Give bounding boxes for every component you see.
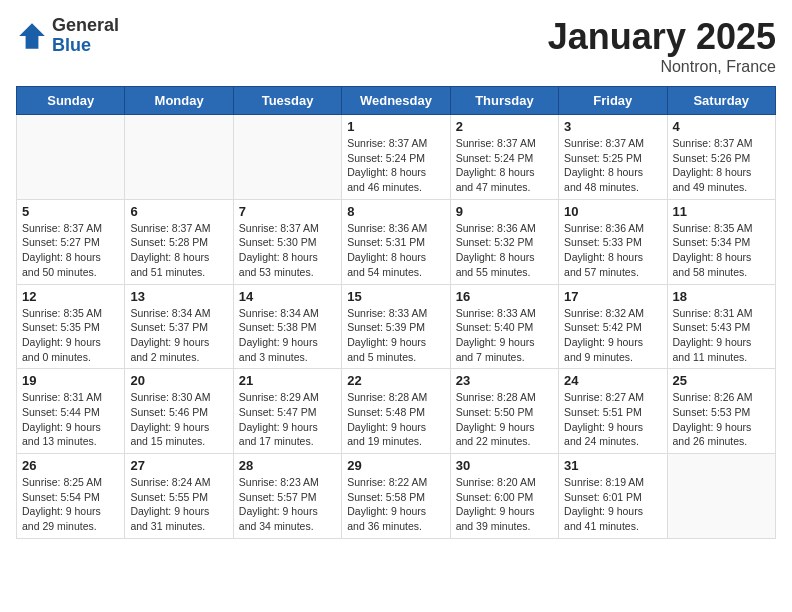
day-number: 13 <box>130 289 227 304</box>
day-number: 28 <box>239 458 336 473</box>
empty-cell <box>125 115 233 200</box>
day-info: Sunrise: 8:27 AM Sunset: 5:51 PM Dayligh… <box>564 390 661 449</box>
day-number: 22 <box>347 373 444 388</box>
calendar-day-cell: 8Sunrise: 8:36 AM Sunset: 5:31 PM Daylig… <box>342 199 450 284</box>
day-number: 15 <box>347 289 444 304</box>
day-info: Sunrise: 8:25 AM Sunset: 5:54 PM Dayligh… <box>22 475 119 534</box>
calendar-day-cell: 21Sunrise: 8:29 AM Sunset: 5:47 PM Dayli… <box>233 369 341 454</box>
day-number: 21 <box>239 373 336 388</box>
calendar-day-cell: 20Sunrise: 8:30 AM Sunset: 5:46 PM Dayli… <box>125 369 233 454</box>
weekday-header-saturday: Saturday <box>667 87 775 115</box>
calendar-week-row: 5Sunrise: 8:37 AM Sunset: 5:27 PM Daylig… <box>17 199 776 284</box>
logo-icon <box>16 20 48 52</box>
day-number: 8 <box>347 204 444 219</box>
calendar-day-cell: 23Sunrise: 8:28 AM Sunset: 5:50 PM Dayli… <box>450 369 558 454</box>
calendar-week-row: 1Sunrise: 8:37 AM Sunset: 5:24 PM Daylig… <box>17 115 776 200</box>
day-info: Sunrise: 8:33 AM Sunset: 5:39 PM Dayligh… <box>347 306 444 365</box>
weekday-header-tuesday: Tuesday <box>233 87 341 115</box>
day-info: Sunrise: 8:23 AM Sunset: 5:57 PM Dayligh… <box>239 475 336 534</box>
day-info: Sunrise: 8:28 AM Sunset: 5:48 PM Dayligh… <box>347 390 444 449</box>
empty-cell <box>667 454 775 539</box>
calendar-day-cell: 2Sunrise: 8:37 AM Sunset: 5:24 PM Daylig… <box>450 115 558 200</box>
day-number: 10 <box>564 204 661 219</box>
day-info: Sunrise: 8:37 AM Sunset: 5:25 PM Dayligh… <box>564 136 661 195</box>
day-info: Sunrise: 8:37 AM Sunset: 5:28 PM Dayligh… <box>130 221 227 280</box>
day-number: 25 <box>673 373 770 388</box>
day-info: Sunrise: 8:35 AM Sunset: 5:34 PM Dayligh… <box>673 221 770 280</box>
day-number: 12 <box>22 289 119 304</box>
day-number: 3 <box>564 119 661 134</box>
day-info: Sunrise: 8:32 AM Sunset: 5:42 PM Dayligh… <box>564 306 661 365</box>
calendar-day-cell: 25Sunrise: 8:26 AM Sunset: 5:53 PM Dayli… <box>667 369 775 454</box>
day-info: Sunrise: 8:29 AM Sunset: 5:47 PM Dayligh… <box>239 390 336 449</box>
day-info: Sunrise: 8:31 AM Sunset: 5:43 PM Dayligh… <box>673 306 770 365</box>
location-title: Nontron, France <box>548 58 776 76</box>
calendar-day-cell: 3Sunrise: 8:37 AM Sunset: 5:25 PM Daylig… <box>559 115 667 200</box>
logo-general-text: General <box>52 16 119 36</box>
weekday-header-thursday: Thursday <box>450 87 558 115</box>
month-title: January 2025 <box>548 16 776 58</box>
calendar-day-cell: 18Sunrise: 8:31 AM Sunset: 5:43 PM Dayli… <box>667 284 775 369</box>
title-block: January 2025 Nontron, France <box>548 16 776 76</box>
day-info: Sunrise: 8:26 AM Sunset: 5:53 PM Dayligh… <box>673 390 770 449</box>
day-info: Sunrise: 8:20 AM Sunset: 6:00 PM Dayligh… <box>456 475 553 534</box>
day-number: 9 <box>456 204 553 219</box>
day-number: 14 <box>239 289 336 304</box>
day-info: Sunrise: 8:19 AM Sunset: 6:01 PM Dayligh… <box>564 475 661 534</box>
day-number: 20 <box>130 373 227 388</box>
svg-marker-0 <box>19 23 45 49</box>
calendar-table: SundayMondayTuesdayWednesdayThursdayFrid… <box>16 86 776 539</box>
calendar-day-cell: 5Sunrise: 8:37 AM Sunset: 5:27 PM Daylig… <box>17 199 125 284</box>
weekday-header-sunday: Sunday <box>17 87 125 115</box>
day-number: 1 <box>347 119 444 134</box>
calendar-day-cell: 14Sunrise: 8:34 AM Sunset: 5:38 PM Dayli… <box>233 284 341 369</box>
calendar-day-cell: 11Sunrise: 8:35 AM Sunset: 5:34 PM Dayli… <box>667 199 775 284</box>
weekday-header-row: SundayMondayTuesdayWednesdayThursdayFrid… <box>17 87 776 115</box>
empty-cell <box>233 115 341 200</box>
day-info: Sunrise: 8:36 AM Sunset: 5:32 PM Dayligh… <box>456 221 553 280</box>
calendar-day-cell: 16Sunrise: 8:33 AM Sunset: 5:40 PM Dayli… <box>450 284 558 369</box>
day-number: 17 <box>564 289 661 304</box>
day-info: Sunrise: 8:30 AM Sunset: 5:46 PM Dayligh… <box>130 390 227 449</box>
day-number: 18 <box>673 289 770 304</box>
calendar-day-cell: 28Sunrise: 8:23 AM Sunset: 5:57 PM Dayli… <box>233 454 341 539</box>
day-info: Sunrise: 8:22 AM Sunset: 5:58 PM Dayligh… <box>347 475 444 534</box>
day-info: Sunrise: 8:36 AM Sunset: 5:31 PM Dayligh… <box>347 221 444 280</box>
day-info: Sunrise: 8:28 AM Sunset: 5:50 PM Dayligh… <box>456 390 553 449</box>
day-info: Sunrise: 8:24 AM Sunset: 5:55 PM Dayligh… <box>130 475 227 534</box>
day-number: 11 <box>673 204 770 219</box>
calendar-week-row: 12Sunrise: 8:35 AM Sunset: 5:35 PM Dayli… <box>17 284 776 369</box>
calendar-day-cell: 27Sunrise: 8:24 AM Sunset: 5:55 PM Dayli… <box>125 454 233 539</box>
calendar-day-cell: 15Sunrise: 8:33 AM Sunset: 5:39 PM Dayli… <box>342 284 450 369</box>
day-number: 30 <box>456 458 553 473</box>
day-info: Sunrise: 8:37 AM Sunset: 5:24 PM Dayligh… <box>347 136 444 195</box>
day-number: 2 <box>456 119 553 134</box>
calendar-day-cell: 6Sunrise: 8:37 AM Sunset: 5:28 PM Daylig… <box>125 199 233 284</box>
day-number: 27 <box>130 458 227 473</box>
calendar-day-cell: 26Sunrise: 8:25 AM Sunset: 5:54 PM Dayli… <box>17 454 125 539</box>
calendar-day-cell: 10Sunrise: 8:36 AM Sunset: 5:33 PM Dayli… <box>559 199 667 284</box>
calendar-day-cell: 12Sunrise: 8:35 AM Sunset: 5:35 PM Dayli… <box>17 284 125 369</box>
day-info: Sunrise: 8:34 AM Sunset: 5:38 PM Dayligh… <box>239 306 336 365</box>
calendar-day-cell: 17Sunrise: 8:32 AM Sunset: 5:42 PM Dayli… <box>559 284 667 369</box>
day-number: 6 <box>130 204 227 219</box>
day-info: Sunrise: 8:37 AM Sunset: 5:24 PM Dayligh… <box>456 136 553 195</box>
page-header: General Blue January 2025 Nontron, Franc… <box>16 16 776 76</box>
day-number: 5 <box>22 204 119 219</box>
day-info: Sunrise: 8:36 AM Sunset: 5:33 PM Dayligh… <box>564 221 661 280</box>
day-info: Sunrise: 8:31 AM Sunset: 5:44 PM Dayligh… <box>22 390 119 449</box>
calendar-day-cell: 7Sunrise: 8:37 AM Sunset: 5:30 PM Daylig… <box>233 199 341 284</box>
logo: General Blue <box>16 16 119 56</box>
calendar-day-cell: 1Sunrise: 8:37 AM Sunset: 5:24 PM Daylig… <box>342 115 450 200</box>
calendar-day-cell: 30Sunrise: 8:20 AM Sunset: 6:00 PM Dayli… <box>450 454 558 539</box>
empty-cell <box>17 115 125 200</box>
day-info: Sunrise: 8:37 AM Sunset: 5:30 PM Dayligh… <box>239 221 336 280</box>
calendar-day-cell: 29Sunrise: 8:22 AM Sunset: 5:58 PM Dayli… <box>342 454 450 539</box>
day-number: 19 <box>22 373 119 388</box>
calendar-week-row: 26Sunrise: 8:25 AM Sunset: 5:54 PM Dayli… <box>17 454 776 539</box>
day-number: 26 <box>22 458 119 473</box>
calendar-week-row: 19Sunrise: 8:31 AM Sunset: 5:44 PM Dayli… <box>17 369 776 454</box>
weekday-header-wednesday: Wednesday <box>342 87 450 115</box>
day-info: Sunrise: 8:35 AM Sunset: 5:35 PM Dayligh… <box>22 306 119 365</box>
calendar-day-cell: 13Sunrise: 8:34 AM Sunset: 5:37 PM Dayli… <box>125 284 233 369</box>
